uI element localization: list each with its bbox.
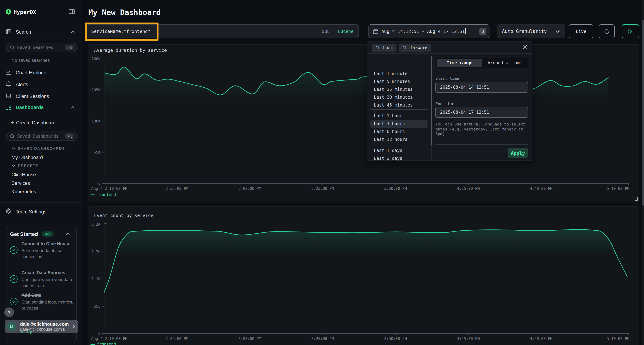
granularity-select[interactable]: Auto Granularity xyxy=(496,24,565,38)
get-started-item[interactable]: Add Data Start sending logs, metrics, or… xyxy=(10,292,74,311)
svg-text:0: 0 xyxy=(98,181,100,186)
time-preset-item[interactable]: Last 1 days xyxy=(370,147,428,154)
get-started-item[interactable]: Connect to ClickHouse Set up your databa… xyxy=(10,241,74,260)
time-picker-panel: 1h back 1h forward Last 1 minuteLast 5 m… xyxy=(367,41,532,161)
saved-dashboards-input[interactable]: Saved Dashboards ⌘K xyxy=(6,132,77,141)
time-range-value: Aug 4 14:12:51 - Aug 4 17:12:51 xyxy=(382,28,465,34)
svg-text:Aug 4 2:10:00 PM: Aug 4 2:10:00 PM xyxy=(91,337,127,341)
saved-searches-input[interactable]: Saved Searches ⌘K xyxy=(6,43,77,52)
sql-toggle[interactable]: SQL xyxy=(322,29,330,34)
account-subtext: dale@clickhouse.com's xyxy=(20,327,72,332)
dashboard-filter-input[interactable]: ServiceName:"frontend" SQL | Lucene xyxy=(86,24,359,38)
create-dashboard-button[interactable]: Create Dashboard xyxy=(16,120,56,125)
chevron-down-icon[interactable] xyxy=(12,147,16,149)
plus-icon: + xyxy=(11,119,14,125)
close-icon[interactable] xyxy=(522,45,527,50)
chevron-up-icon[interactable] xyxy=(71,106,75,109)
time-mode-tabs: Time range Around a time xyxy=(436,57,528,68)
svg-text:3:00:00 PM: 3:00:00 PM xyxy=(238,186,261,191)
time-range-input[interactable]: Aug 4 14:12:51 - Aug 4 17:12:51 d xyxy=(368,24,490,38)
end-time-label: End time xyxy=(436,101,454,106)
sidebar-item-team-settings[interactable]: Team Settings xyxy=(16,209,46,215)
svg-text:65K: 65K xyxy=(94,150,100,154)
chevron-down-icon[interactable] xyxy=(12,164,16,167)
shortcut-badge-d: d xyxy=(480,28,486,35)
page-title: My New Dashboard xyxy=(88,8,161,17)
svg-text:5:10:00 PM: 5:10:00 PM xyxy=(607,186,629,191)
sidebar-item-services[interactable]: Services xyxy=(12,181,30,186)
refresh-button[interactable] xyxy=(599,24,615,38)
apply-button[interactable]: Apply xyxy=(508,148,528,158)
sidebar-item-kubernetes[interactable]: Kubernetes xyxy=(12,189,36,195)
get-started-item-desc: Set up your database connection xyxy=(22,248,74,260)
scrollbar-thumb[interactable] xyxy=(431,56,432,145)
time-preset-list: Last 1 minuteLast 5 minutesLast 15 minut… xyxy=(367,53,431,161)
time-preset-item[interactable]: Last 12 hours xyxy=(370,135,428,143)
shortcut-badge: ⌘K xyxy=(65,133,74,139)
get-started-item-desc: Configure where your data comes from xyxy=(22,277,74,289)
start-time-field[interactable] xyxy=(436,82,528,93)
svg-text:3:25:00 PM: 3:25:00 PM xyxy=(311,186,334,191)
toggle-divider: | xyxy=(332,29,335,34)
check-circle-icon xyxy=(10,247,18,254)
svg-text:2.2K: 2.2K xyxy=(92,222,100,227)
sidebar-item-alerts[interactable]: Alerts xyxy=(16,82,28,87)
page-scrollbar-thumb[interactable] xyxy=(642,20,644,206)
divider xyxy=(0,37,82,38)
svg-text:1.7K: 1.7K xyxy=(92,250,100,254)
shift-forward-button[interactable]: 1h forward xyxy=(399,44,431,52)
text-cursor xyxy=(465,28,466,34)
time-preset-item[interactable]: Last 1 minute xyxy=(370,70,428,78)
time-preset-item[interactable]: Last 30 minutes xyxy=(370,93,428,101)
time-preset-item[interactable]: Last 1 hour xyxy=(370,112,428,120)
search-icon xyxy=(10,134,15,139)
saved-dashboards-header[interactable]: SAVED DASHBOARDS xyxy=(18,146,65,150)
chevron-up-icon[interactable] xyxy=(66,233,70,235)
sidebar-item-clickhouse[interactable]: ClickHouse xyxy=(12,172,36,177)
svg-text:4:15:00 PM: 4:15:00 PM xyxy=(457,337,480,341)
svg-text:4:40:00 PM: 4:40:00 PM xyxy=(530,337,552,341)
chevron-up-icon[interactable] xyxy=(71,31,75,33)
line-chart: 260K195K130K65K0Aug 4 2:10:00 PM2:35:00 … xyxy=(88,45,640,202)
sidebar-item-my-dashboard[interactable]: My Dashboard xyxy=(12,155,43,160)
time-preset-item[interactable]: Last 6 hours xyxy=(370,128,428,135)
sidebar-item-dashboards[interactable]: Dashboards xyxy=(16,105,44,110)
legend-label: frontend xyxy=(97,342,116,345)
get-started-item-title: Create Data Sources xyxy=(22,270,74,276)
shift-back-button[interactable]: 1h back xyxy=(372,44,396,52)
svg-text:260K: 260K xyxy=(92,57,100,61)
run-query-button[interactable] xyxy=(622,24,639,38)
time-preset-item[interactable]: Last 15 minutes xyxy=(370,85,428,93)
divider xyxy=(0,114,82,114)
help-button[interactable]: ? xyxy=(4,308,14,317)
hyperdx-logo-icon xyxy=(6,8,11,15)
time-preset-item[interactable]: Last 3 hours xyxy=(370,120,428,128)
query-language-toggle: SQL | Lucene xyxy=(322,29,354,34)
chevron-right-icon xyxy=(72,324,75,329)
sidebar-item-client-sessions[interactable]: Client Sessions xyxy=(16,94,49,99)
svg-text:550: 550 xyxy=(94,304,100,309)
sidebar-item-chart-explorer[interactable]: Chart Explorer xyxy=(16,70,47,75)
dashboards-icon xyxy=(6,105,11,110)
svg-text:3:00:00 PM: 3:00:00 PM xyxy=(238,337,261,341)
get-started-item[interactable]: Create Data Sources Configure where your… xyxy=(10,270,74,289)
chart-legend[interactable]: frontend xyxy=(90,192,116,197)
lucene-toggle[interactable]: Lucene xyxy=(338,29,354,34)
account-chip[interactable]: D dale@clickhouse.com dale@clickhouse.co… xyxy=(5,320,78,333)
sidebar-item-search[interactable]: Search xyxy=(16,29,31,35)
tab-around-a-time[interactable]: Around a time xyxy=(482,60,527,65)
chart-legend[interactable]: frontend xyxy=(90,342,116,345)
tab-time-range[interactable]: Time range xyxy=(437,59,482,67)
svg-text:3:50:00 PM: 3:50:00 PM xyxy=(384,337,407,341)
time-preset-item[interactable]: Last 45 minutes xyxy=(370,101,428,109)
time-preset-item[interactable]: Last 2 days xyxy=(370,154,428,161)
end-time-field[interactable] xyxy=(436,107,528,118)
chart-explorer-icon xyxy=(6,70,11,75)
collapse-sidebar-icon[interactable] xyxy=(69,9,75,14)
presets-header[interactable]: PRESETS xyxy=(18,163,39,168)
check-circle-icon xyxy=(10,276,18,283)
time-preset-item[interactable]: Last 5 minutes xyxy=(370,78,428,85)
resize-handle[interactable] xyxy=(635,197,638,201)
live-button[interactable]: Live xyxy=(569,24,593,38)
granularity-value: Auto Granularity xyxy=(502,28,547,34)
